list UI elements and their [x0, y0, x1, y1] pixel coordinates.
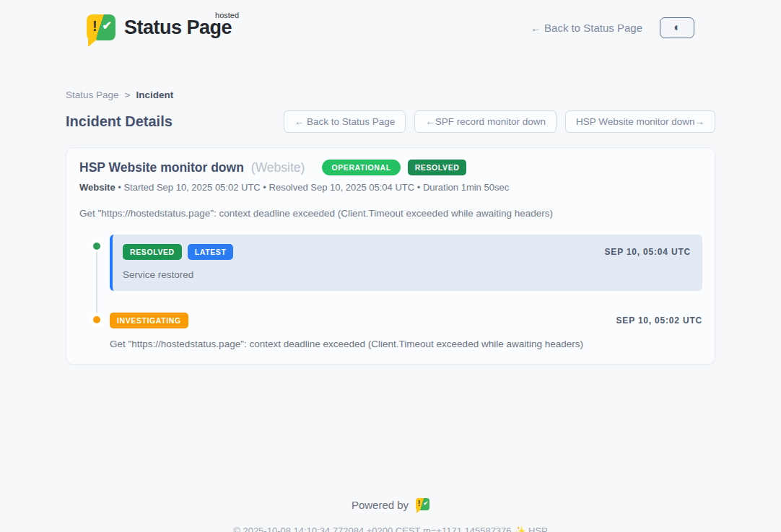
update-timestamp: SEP 10, 05:02 UTC [616, 315, 702, 326]
title-row: Incident Details ← Back to Status Page ←… [66, 110, 715, 133]
update-message: Get "https://hostedstatus.page": context… [110, 339, 702, 349]
theme-toggle-button[interactable]: ◐ [660, 17, 694, 38]
check-glyph: ✔ [423, 500, 428, 507]
timeline-item-resolved: RESOLVED LATEST SEP 10, 05:04 UTC Servic… [79, 235, 702, 291]
header: ! ✔ Status Page hosted ← Back to Status … [0, 0, 781, 55]
incident-title-row: HSP Website monitor down (Website) OPERA… [79, 160, 702, 175]
copyright-line: © 2025-10-08 14:10:34.772084 +0200 CEST … [66, 526, 715, 532]
breadcrumb-status-page[interactable]: Status Page [66, 90, 119, 100]
update-message: Service restored [123, 269, 691, 280]
incident-nav-buttons: ← Back to Status Page ←SPF record monito… [284, 110, 715, 133]
previous-incident-button[interactable]: ←SPF record monitor down [414, 110, 557, 133]
investigating-update-badge: INVESTIGATING [110, 313, 188, 328]
incident-title: HSP Website monitor down [79, 160, 244, 175]
update-timestamp: SEP 10, 05:04 UTC [605, 247, 691, 257]
check-glyph: ✔ [102, 19, 112, 32]
breadcrumb: Status Page > Incident [66, 90, 715, 100]
incident-card: HSP Website monitor down (Website) OPERA… [66, 147, 715, 365]
timeline-dot-green [91, 240, 102, 252]
exclaim-glyph: ! [92, 18, 97, 35]
status-page-logo-icon: ! ✔ [87, 14, 115, 40]
incident-description: Get "https://hostedstatus.page": context… [79, 208, 702, 219]
meta-dates: • Started Sep 10, 2025 05:02 UTC • Resol… [118, 182, 509, 193]
powered-by: Powered by ! ✔ [66, 499, 715, 511]
timeline-dot-orange [91, 314, 102, 326]
operational-badge: OPERATIONAL [322, 160, 400, 175]
logo-hosted-label: hosted [215, 11, 239, 19]
logo-text: Status Page hosted [124, 17, 232, 39]
exclaim-glyph: ! [418, 500, 420, 507]
timeline-item-investigating: INVESTIGATING SEP 10, 05:02 UTC Get "htt… [79, 313, 702, 349]
footer-logo-icon[interactable]: ! ✔ [416, 498, 429, 510]
update-header: RESOLVED LATEST SEP 10, 05:04 UTC [123, 244, 691, 260]
footer: Powered by ! ✔ © 2025-10-08 14:10:34.772… [66, 499, 715, 532]
latest-update-badge: LATEST [188, 244, 234, 260]
resolved-badge: RESOLVED [408, 160, 467, 175]
incident-timeline: RESOLVED LATEST SEP 10, 05:04 UTC Servic… [79, 235, 702, 349]
powered-by-label: Powered by [352, 499, 409, 511]
back-to-status-page-button[interactable]: ← Back to Status Page [284, 110, 406, 133]
main-container: Status Page > Incident Incident Details … [66, 90, 715, 532]
timeline-content: INVESTIGATING SEP 10, 05:02 UTC Get "htt… [110, 313, 702, 349]
logo-bubble-tail [88, 39, 97, 47]
latest-update-panel: RESOLVED LATEST SEP 10, 05:04 UTC Servic… [110, 235, 702, 291]
incident-component: (Website) [251, 160, 305, 175]
next-incident-button[interactable]: HSP Website monitor down→ [565, 110, 715, 133]
update-badges: RESOLVED LATEST [123, 244, 233, 260]
logo-bubble-tail [416, 510, 421, 513]
meta-component: Website [79, 182, 115, 193]
update-badges: INVESTIGATING [110, 313, 188, 328]
incident-meta: Website • Started Sep 10, 2025 05:02 UTC… [79, 182, 702, 193]
breadcrumb-separator: > [125, 90, 131, 100]
update-header: INVESTIGATING SEP 10, 05:02 UTC [110, 313, 702, 328]
page-title: Incident Details [66, 113, 173, 130]
header-right: ← Back to Status Page ◐ [531, 17, 694, 38]
logo[interactable]: ! ✔ Status Page hosted [87, 14, 232, 40]
resolved-update-badge: RESOLVED [123, 244, 182, 260]
half-circle-icon: ◐ [673, 22, 681, 33]
header-back-link[interactable]: ← Back to Status Page [531, 22, 642, 34]
breadcrumb-incident: Incident [136, 90, 173, 100]
timeline-content: RESOLVED LATEST SEP 10, 05:04 UTC Servic… [110, 235, 702, 291]
